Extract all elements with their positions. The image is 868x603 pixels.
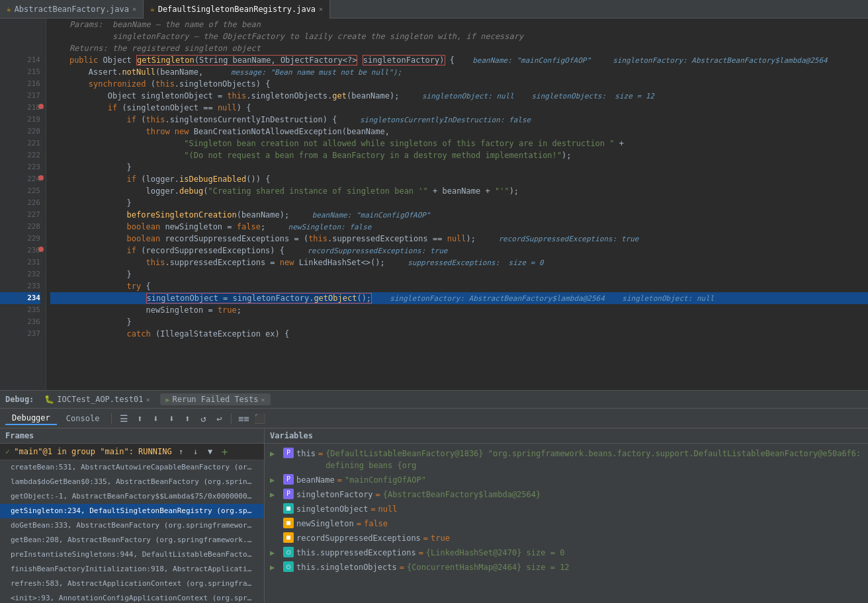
debug-bar: Debug: 🐛 IOCTest_AOP.test01 ✕ ▶ Rerun Fa… [0,390,868,409]
frame-item-f8[interactable]: finishBeanFactoryInitialization:918, Abs… [0,562,264,577]
var-value-singletonObjects: {ConcurrentHashMap@2464} size = 12 [407,561,570,573]
code-line-236: } [50,316,868,328]
var-icon-recordSuppressedExceptions: ■ [283,532,294,543]
var-arrow-beanName[interactable]: ▶ [270,474,281,486]
thread-nav-up[interactable]: ↑ [176,446,187,457]
debug-tab-iotest[interactable]: 🐛 IOCTest_AOP.test01 ✕ [39,393,155,405]
tab-default-close[interactable]: ✕ [319,5,323,13]
var-value-beanName: "mainConfigOfAOP" [345,474,426,486]
debug-tab-rerun[interactable]: ▶ Rerun Failed Tests ✕ [160,393,270,405]
variables-panel: Variables ▶Pthis = {DefaultListableBeanF… [265,428,868,603]
doc-comment-3: Returns: the registered singleton object [50,42,868,54]
code-content: Params: beanName – the name of the bean … [46,19,868,390]
frame-item-f6[interactable]: getBean:208, AbstractBeanFactory (org.sp… [0,533,264,547]
editor-tabs: ☕ AbstractBeanFactory.java ✕ ☕ DefaultSi… [0,0,868,19]
line-222: 222 [0,149,40,161]
line-235: 235 [0,304,40,316]
code-line-227: beforeSingletonCreation(beanName); beanN… [50,209,868,221]
frame-item-f2[interactable]: lambda$doGetBean$0:335, AbstractBeanFact… [0,475,264,489]
frame-item-f1[interactable]: createBean:531, AbstractAutowireCapableB… [0,460,264,475]
code-line-221: "Singleton bean creation not allowed whi… [50,138,868,149]
panel-tab-debugger[interactable]: Debugger [5,412,57,425]
code-line-220: throw new BeanCreationNotAllowedExceptio… [50,126,868,138]
code-line-228: boolean newSingleton = false; newSinglet… [50,221,868,233]
code-line-217: Object singletonObject = this.singletonO… [50,90,868,102]
var-value-singletonFactory: {AbstractBeanFactory$lambda@2564} [383,489,541,501]
code-line-223: } [50,161,868,173]
tab-default-label: DefaultSingletonBeanRegistry.java [158,5,316,14]
var-name-recordSuppressedExceptions: recordSuppressedExceptions [296,532,421,544]
thread-nav-filter[interactable]: ▼ [205,446,216,457]
code-line-231: this.suppressedExceptions = new LinkedHa… [50,257,868,268]
code-line-224: if (logger.isDebugEnabled()) { [50,173,868,185]
toolbar-btn-down[interactable]: ⬇ [149,412,162,425]
code-line-222: "(Do not request a bean from a BeanFacto… [50,149,868,161]
toolbar-btn-menu[interactable]: ☰ [117,412,130,425]
debug-tab-rerun-close[interactable]: ✕ [261,396,265,403]
line-237: 237 [0,328,40,340]
var-icon-suppressedExceptions: ○ [283,547,294,557]
tab-abstract[interactable]: ☕ AbstractBeanFactory.java ✕ [0,0,144,19]
line-234: 234 [0,292,40,304]
frame-item-f9[interactable]: refresh:583, AbstractApplicationContext … [0,577,264,591]
code-line-232: } [50,268,868,280]
frames-list: createBean:531, AbstractAutowireCapableB… [0,460,264,603]
var-item-this: ▶Pthis = {DefaultListableBeanFactory@183… [265,446,868,473]
line-224: 224 [0,173,40,185]
frame-item-f10[interactable]: <init>:93, AnnotationConfigApplicationCo… [0,591,264,603]
var-equals-recordSuppressedExceptions: = [423,532,428,544]
toolbar-btn-up[interactable]: ⬆ [133,412,146,425]
thread-check-icon: ✓ [5,447,10,456]
code-line-234: singletonObject = singletonFactory.getOb… [50,292,868,304]
toolbar-btn-grid[interactable]: ≡≡ [237,412,250,425]
thread-name: "main"@1 in group "main": RUNNING [14,447,171,456]
toolbar-btn-grid2[interactable]: ⬛ [253,412,266,425]
var-arrow-this[interactable]: ▶ [270,448,281,460]
toolbar-btn-up2[interactable]: ⬆ [181,412,194,425]
thread-nav-add[interactable]: + [220,446,230,457]
debug-tab-iotest-close[interactable]: ✕ [146,396,150,403]
var-list: ▶Pthis = {DefaultListableBeanFactory@183… [265,444,868,603]
code-line-218: if (singletonObject == null) { [50,102,868,114]
frame-item-f4[interactable]: getSingleton:234, DefaultSingletonBeanRe… [0,504,264,518]
line-217: 217 [0,90,40,102]
var-name-singletonFactory: singletonFactory [296,489,373,501]
frame-item-f7[interactable]: preInstantiateSingletons:944, DefaultLis… [0,547,264,562]
frames-header: Frames [0,428,264,444]
line-215: 215 [0,66,40,78]
var-icon-beanName: P [283,474,294,485]
toolbar-btn-refresh[interactable]: ↺ [196,412,210,425]
frame-item-f5[interactable]: doGetBean:333, AbstractBeanFactory (org.… [0,518,264,533]
line-229: 229 [0,233,40,245]
line-232: 232 [0,268,40,280]
var-value-recordSuppressedExceptions: true [431,532,450,544]
var-arrow-singletonObjects[interactable]: ▶ [270,561,281,573]
var-arrow-singletonFactory[interactable]: ▶ [270,489,281,501]
tab-default[interactable]: ☕ DefaultSingletonBeanRegistry.java ✕ [144,0,330,19]
tab-abstract-close[interactable]: ✕ [132,5,136,13]
toolbar-btn-return[interactable]: ↩ [212,412,226,425]
var-arrow-suppressedExceptions[interactable]: ▶ [270,547,281,559]
line-gutter: 214 215 216 217 218 219 220 221 222 223 … [0,19,46,390]
java-icon-default: ☕ [150,5,155,13]
var-item-beanName: ▶PbeanName = "mainConfigOfAOP" [265,473,868,487]
line-216: 216 [0,78,40,90]
var-item-newSingleton: ■newSingleton = false [265,516,868,531]
thread-nav-down[interactable]: ↓ [191,446,201,457]
var-equals-singletonObjects: = [400,561,404,573]
debug-icon-run: ▶ [165,396,169,403]
debug-icon-bug: 🐛 [44,395,54,404]
frame-item-f3[interactable]: getObject:-1, AbstractBeanFactory$$Lambd… [0,489,264,504]
tab-abstract-label: AbstractBeanFactory.java [15,5,129,14]
var-name-beanName: beanName [296,474,335,486]
var-icon-this: P [283,448,294,458]
doc-comment-1: Params: beanName – the name of the bean [50,19,868,30]
toolbar-btn-down2[interactable]: ⬇ [165,412,178,425]
panel-tab-console[interactable]: Console [60,413,107,424]
debug-tab-iotest-label: IOCTest_AOP.test01 [57,395,143,404]
code-line-219: if (this.singletonsCurrentlyInDestructio… [50,114,868,126]
var-equals-this: = [318,448,323,460]
var-item-singletonFactory: ▶PsingletonFactory = {AbstractBeanFactor… [265,487,868,502]
line-225: 225 [0,185,40,197]
var-icon-singletonObjects: ○ [283,561,294,572]
